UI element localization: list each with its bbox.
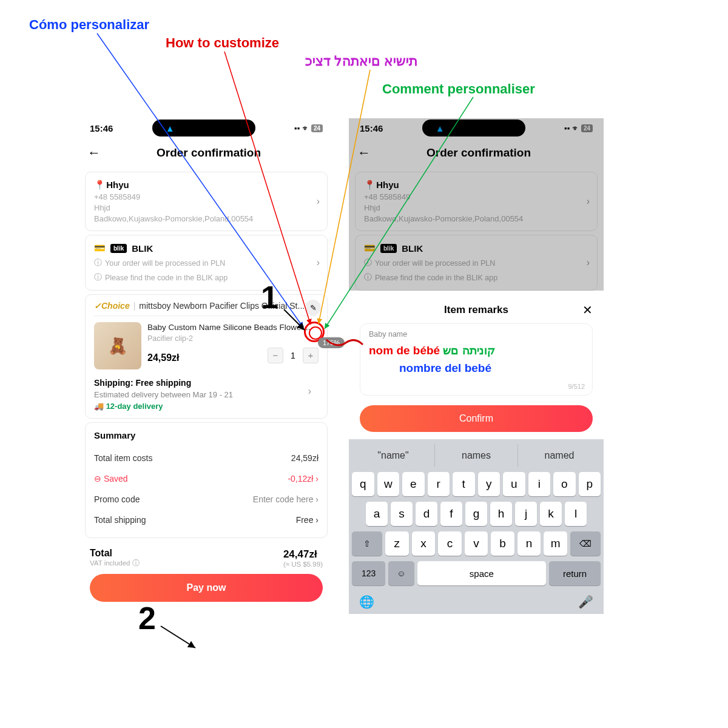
status-time: 15:46 [360, 123, 383, 133]
back-icon[interactable]: ← [87, 145, 101, 161]
address-card[interactable]: › 📍 Hhyu +48 5585849 Hhjd Badkowo,Kujaws… [85, 172, 328, 231]
shipping-label: Shipping: Free shipping [94, 378, 318, 388]
key-b[interactable]: b [491, 531, 514, 556]
address-line2: Badkowo,Kujawsko-Pomorskie,Poland,00554 [94, 214, 318, 223]
phone-right: 15:46 ▲ ▪▪ ᯤ 24 ← Order confirmation › 📍… [349, 118, 604, 614]
key-r[interactable]: r [428, 472, 450, 496]
key-o[interactable]: o [553, 472, 576, 496]
payment-card[interactable]: › 💳 blik BLIK ⓘYour order will be proces… [85, 235, 328, 291]
payment-icon: 💳 [94, 243, 106, 254]
key-n[interactable]: n [517, 531, 541, 556]
key-y[interactable]: y [478, 472, 500, 496]
key-k[interactable]: k [540, 502, 562, 526]
suggestion[interactable]: "name" [352, 444, 435, 467]
key-w[interactable]: w [377, 472, 400, 496]
confirm-button[interactable]: Confirm [360, 405, 593, 432]
summary-card: Summary Total item costs24,59zł ⊖ Saved-… [85, 422, 328, 538]
mic-icon[interactable]: 🎤 [578, 595, 593, 609]
annotation-fr: Comment personnaliser [382, 81, 535, 97]
quantity-stepper[interactable]: − 1 + [268, 348, 318, 363]
total-label: Total [90, 548, 140, 559]
sum-saved-label: ⊖ Saved [94, 474, 128, 484]
payment-method: BLIK [132, 243, 153, 254]
emoji-key[interactable]: ☺ [388, 561, 414, 585]
total-usd: (≈ US $5.99) [283, 561, 323, 568]
dynamic-island: ▲ [422, 120, 525, 136]
page-title: Order confirmation [379, 146, 578, 160]
payment-note1: Your order will be processed in PLN [105, 259, 225, 268]
key-c[interactable]: c [438, 531, 462, 556]
sum-saved-value[interactable]: -0,12zł › [288, 474, 318, 484]
shift-key[interactable]: ⇧ [352, 531, 382, 556]
pay-now-button[interactable]: Pay now [90, 574, 323, 602]
space-key[interactable]: space [417, 561, 546, 585]
address-name: Hhyu [106, 180, 129, 190]
modal-title: Item remarks [444, 304, 508, 316]
qty-plus[interactable]: + [303, 348, 318, 363]
keyboard: "name" names named qwertyuiop asdfghjkl … [349, 439, 604, 614]
return-key[interactable]: return [549, 561, 601, 585]
sum-items-label: Total item costs [94, 453, 152, 463]
key-q[interactable]: q [352, 472, 374, 496]
globe-icon[interactable]: 🌐 [359, 595, 374, 609]
key-m[interactable]: m [544, 531, 567, 556]
shipping-eta: Estimated delivery between Mar 19 - 21 [94, 390, 318, 399]
phone-left: 15:46 ▲ ▪▪ ᯤ 24 ← Order confirmation › 📍… [79, 118, 334, 610]
key-p[interactable]: p [579, 472, 601, 496]
qty-minus[interactable]: − [268, 348, 283, 363]
remarks-input[interactable]: Baby name nom de bébé קוניתה םש nombre d… [360, 323, 593, 396]
total-value: 24,47zł [283, 548, 323, 561]
key-l[interactable]: l [565, 502, 587, 526]
product-image[interactable]: 🧸 [94, 322, 141, 369]
zoom-badge: 175% [318, 337, 345, 348]
chevron-right-icon[interactable]: › [308, 386, 311, 397]
annotation-he: תישיא םיאתהל דציכ [305, 53, 417, 69]
key-t[interactable]: t [453, 472, 475, 496]
shipping-badge: 🚚 12-day delivery [94, 402, 318, 411]
close-icon[interactable]: ✕ [582, 303, 593, 317]
key-i[interactable]: i [528, 472, 551, 496]
remarks-label: Baby name [369, 330, 584, 339]
address-card[interactable]: › 📍 Hhyu +48 5585849 Hhjd Badkowo,Kujaws… [355, 172, 598, 231]
key-s[interactable]: s [391, 502, 413, 526]
key-a[interactable]: a [366, 502, 388, 526]
numbers-key[interactable]: 123 [352, 561, 385, 585]
payment-note2: Please find the code in the BLIK app [105, 274, 228, 282]
char-counter: 9/512 [568, 383, 585, 390]
status-bar: 15:46 ▲ ▪▪ ᯤ 24 [349, 118, 604, 138]
suggestion[interactable]: names [435, 444, 518, 467]
key-z[interactable]: z [385, 531, 409, 556]
annotation-es: Cómo personalizar [29, 17, 149, 33]
store-name: mittsboy Newborn Pacifier Clips Official… [139, 301, 305, 311]
backspace-key[interactable]: ⌫ [570, 531, 601, 556]
key-f[interactable]: f [440, 502, 462, 526]
sum-promo-value[interactable]: Enter code here › [253, 494, 318, 504]
qty-value: 1 [283, 351, 303, 360]
key-v[interactable]: v [465, 531, 488, 556]
status-time: 15:46 [90, 123, 113, 133]
key-d[interactable]: d [416, 502, 437, 526]
product-price: 24,59zł [147, 352, 179, 363]
status-icons: ▪▪ ᯤ 24 [294, 124, 323, 133]
sum-ship-label: Total shipping [94, 515, 146, 525]
key-j[interactable]: j [515, 502, 537, 526]
payment-card[interactable]: › 💳blikBLIK ⓘYour order will be processe… [355, 235, 598, 291]
back-icon[interactable]: ← [357, 145, 371, 161]
key-h[interactable]: h [490, 502, 512, 526]
suggestion-row: "name" names named [352, 444, 601, 467]
suggestion[interactable]: named [518, 444, 601, 467]
sum-items-value: 24,59zł [291, 453, 318, 463]
status-bar: 15:46 ▲ ▪▪ ᯤ 24 [79, 118, 334, 138]
edit-icon[interactable]: ✎ [305, 300, 321, 315]
product-variant: Pacifier clip-2 [147, 334, 318, 343]
sum-ship-value[interactable]: Free › [296, 515, 318, 525]
step-2-marker: 2 [138, 600, 156, 636]
chevron-right-icon: › [587, 196, 590, 207]
key-g[interactable]: g [465, 502, 487, 526]
key-x[interactable]: x [412, 531, 436, 556]
pin-icon: 📍 [94, 180, 104, 190]
key-u[interactable]: u [503, 472, 525, 496]
page-header: ← Order confirmation [79, 138, 334, 168]
address-line1: Hhjd [94, 203, 318, 212]
key-e[interactable]: e [402, 472, 425, 496]
